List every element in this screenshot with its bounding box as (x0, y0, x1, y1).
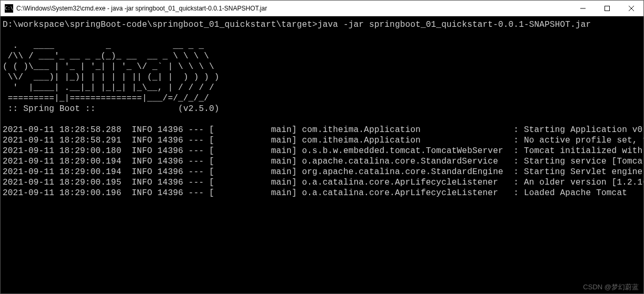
maximize-icon (605, 6, 610, 11)
close-button[interactable] (619, 1, 643, 16)
maximize-button[interactable] (595, 1, 619, 16)
close-icon (629, 6, 634, 11)
svg-rect-1 (605, 6, 610, 11)
cmd-icon: C:\ (5, 4, 13, 13)
spring-banner: . ____ _ __ _ _ /\\ / ___'_ __ _ _(_)_ _… (3, 40, 641, 114)
minimize-icon (580, 6, 586, 11)
terminal-output[interactable]: D:\workspace\springBoot-code\springboot_… (1, 16, 643, 293)
command-prompt-line: D:\workspace\springBoot-code\springboot_… (3, 19, 641, 30)
window-controls (571, 1, 643, 16)
minimize-button[interactable] (571, 1, 595, 16)
titlebar: C:\ C:\Windows\System32\cmd.exe - java -… (1, 1, 643, 16)
window-title: C:\Windows\System32\cmd.exe - java -jar … (16, 5, 571, 12)
cmd-window: C:\ C:\Windows\System32\cmd.exe - java -… (0, 0, 644, 294)
log-output: 2021-09-11 18:28:58.288 INFO 14396 --- [… (3, 125, 641, 198)
